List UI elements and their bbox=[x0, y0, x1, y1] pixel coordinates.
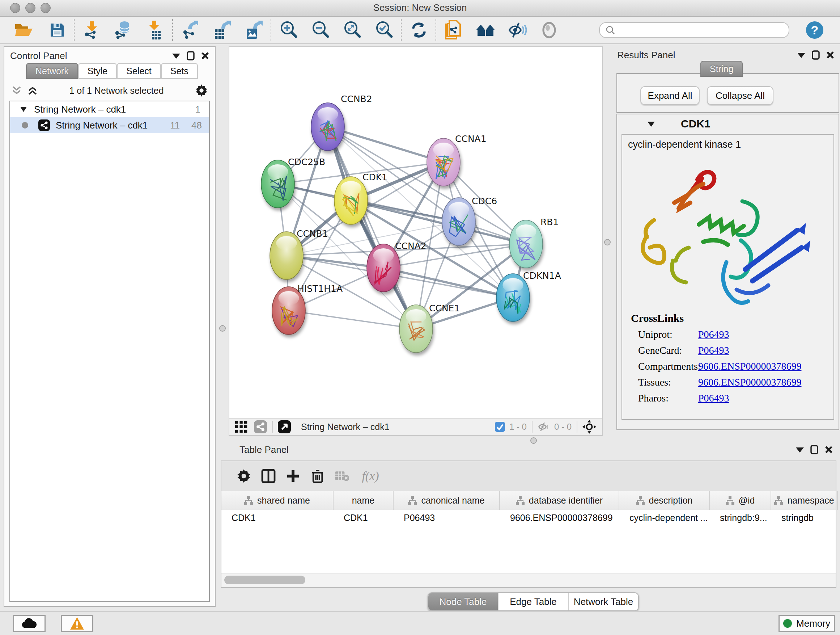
node-RB1[interactable]: RB1 bbox=[509, 217, 559, 268]
panel-close-icon[interactable] bbox=[201, 52, 209, 60]
import-database-button[interactable] bbox=[113, 19, 134, 41]
node-CDC6[interactable]: CDC6 bbox=[442, 196, 497, 245]
tab-edge-table[interactable]: Edge Table bbox=[499, 593, 569, 610]
control-tab-sets[interactable]: Sets bbox=[161, 63, 198, 79]
network-row[interactable]: String Network – cdk1 11 48 bbox=[10, 117, 209, 133]
cell-sharedname[interactable]: CDK1 bbox=[221, 510, 333, 526]
control-tab-style[interactable]: Style bbox=[78, 63, 117, 79]
crosslink-link[interactable]: 9606.ENSP00000378699 bbox=[698, 377, 801, 388]
tab-node-table[interactable]: Node Table bbox=[428, 593, 499, 610]
add-column-button[interactable] bbox=[281, 465, 305, 487]
edge-CCNB2-CCNA1[interactable] bbox=[328, 127, 444, 162]
table-menu-icon[interactable] bbox=[796, 447, 804, 453]
node-HIST1H1A[interactable]: HIST1H1A bbox=[272, 283, 343, 334]
tree-expanded-icon[interactable] bbox=[20, 107, 27, 112]
table-panel-title: Table Panel bbox=[240, 444, 289, 455]
string-home-button[interactable] bbox=[475, 19, 496, 41]
export-image-button[interactable] bbox=[243, 19, 265, 41]
node-CCNB2[interactable]: CCNB2 bbox=[311, 94, 372, 150]
function-builder-button[interactable]: f(x) bbox=[355, 465, 386, 487]
export-network-button[interactable] bbox=[180, 19, 201, 41]
string-document-button[interactable] bbox=[443, 19, 464, 41]
zoom-fit-button[interactable] bbox=[341, 19, 363, 41]
cloud-button[interactable] bbox=[13, 615, 46, 632]
results-tab-string[interactable]: String bbox=[700, 61, 743, 77]
network-options-gear-icon[interactable] bbox=[195, 84, 208, 97]
column-header-description[interactable]: description bbox=[619, 491, 710, 510]
collapse-all-icon[interactable] bbox=[11, 86, 22, 96]
table-horizontal-scrollbar[interactable] bbox=[221, 573, 836, 587]
export-table-button[interactable] bbox=[211, 19, 233, 41]
column-header-sharedname[interactable]: shared name bbox=[221, 491, 333, 510]
import-network-button[interactable] bbox=[81, 19, 103, 41]
left-splitter-handle[interactable] bbox=[219, 325, 226, 332]
column-header-canonicalname[interactable]: canonical name bbox=[393, 491, 500, 510]
memory-button[interactable]: Memory bbox=[778, 615, 835, 632]
hidden-eye-icon[interactable] bbox=[538, 422, 550, 432]
crosslink-link[interactable]: 9606.ENSP00000378699 bbox=[698, 361, 801, 372]
expand-all-icon[interactable] bbox=[27, 86, 38, 96]
pan-crosshair-icon[interactable] bbox=[583, 420, 596, 434]
crosslink-link[interactable]: P06493 bbox=[698, 329, 729, 340]
cell-description[interactable]: cyclin-dependent ... bbox=[619, 510, 710, 526]
help-button[interactable]: ? bbox=[804, 19, 826, 41]
cell-databaseidentifier[interactable]: 9606.ENSP00000378699 bbox=[500, 510, 619, 526]
panel-float-icon[interactable] bbox=[187, 51, 195, 60]
gene-collapse-icon[interactable] bbox=[647, 121, 655, 127]
zoom-in-button[interactable] bbox=[278, 19, 300, 41]
node-CCNE1[interactable]: CCNE1 bbox=[399, 303, 460, 353]
delete-column-button[interactable] bbox=[305, 465, 330, 487]
network-collection-row[interactable]: String Network – cdk1 1 bbox=[10, 101, 209, 117]
tab-network-table[interactable]: Network Table bbox=[569, 593, 638, 610]
edge-HIST1H1A-CCNE1[interactable] bbox=[289, 310, 416, 329]
results-gene-section: CDK1 cyclin-dependent kinase 1 CrossLink… bbox=[616, 114, 839, 430]
network-graph[interactable]: CCNB2CCNA1CDC25BCDK1CDC6RB1CCNB1CCNA2CDK… bbox=[229, 47, 602, 418]
table-close-icon[interactable] bbox=[825, 446, 833, 454]
node-CCNA1[interactable]: CCNA1 bbox=[427, 134, 486, 186]
cell-id[interactable]: stringdb:9... bbox=[710, 510, 771, 526]
zoom-out-button[interactable] bbox=[309, 19, 332, 41]
scrollbar-thumb[interactable] bbox=[224, 576, 305, 584]
crosslink-link[interactable]: P06493 bbox=[698, 345, 729, 356]
warnings-button[interactable] bbox=[61, 615, 93, 632]
edge-CCNA2-CDKN1A[interactable] bbox=[384, 268, 513, 298]
selected-checkbox-icon[interactable] bbox=[495, 422, 505, 432]
column-header-databaseidentifier[interactable]: database identifier bbox=[500, 491, 619, 510]
show-eye-button[interactable] bbox=[538, 19, 560, 41]
network-view-share-icon[interactable] bbox=[254, 420, 267, 433]
results-menu-icon[interactable] bbox=[797, 52, 805, 58]
right-splitter-handle[interactable] bbox=[604, 239, 611, 245]
cell-name[interactable]: CDK1 bbox=[333, 510, 393, 526]
search-input[interactable] bbox=[615, 25, 783, 35]
results-float-icon[interactable] bbox=[812, 50, 820, 60]
save-session-button[interactable] bbox=[46, 19, 68, 41]
table-float-icon[interactable] bbox=[810, 445, 818, 454]
refresh-button[interactable] bbox=[408, 19, 430, 41]
zoom-selected-button[interactable] bbox=[373, 19, 395, 41]
cell-namespace[interactable]: stringdb bbox=[771, 510, 838, 526]
grid-view-icon[interactable] bbox=[235, 421, 248, 433]
node-CDKN1A[interactable]: CDKN1A bbox=[496, 271, 561, 321]
toolbar-search[interactable] bbox=[599, 22, 789, 38]
column-header-name[interactable]: name bbox=[333, 491, 393, 510]
network-canvas[interactable]: CCNB2CCNA1CDC25BCDK1CDC6RB1CCNB1CCNA2CDK… bbox=[229, 46, 603, 418]
table-settings-button[interactable] bbox=[232, 465, 256, 487]
control-tab-select[interactable]: Select bbox=[117, 63, 161, 79]
edge-CCNB2-CCNE1[interactable] bbox=[328, 127, 416, 329]
crosslink-link[interactable]: P06493 bbox=[698, 393, 729, 404]
show-columns-button[interactable] bbox=[256, 465, 281, 487]
open-session-button[interactable] bbox=[13, 19, 35, 41]
table-row[interactable]: CDK1CDK1P064939606.ENSP00000378699cyclin… bbox=[221, 510, 836, 526]
column-header-namespace[interactable]: namespace bbox=[771, 491, 838, 510]
results-close-icon[interactable] bbox=[826, 51, 834, 59]
cell-canonicalname[interactable]: P06493 bbox=[393, 510, 500, 526]
column-header-id[interactable]: @id bbox=[710, 491, 771, 510]
birdseye-toggle-icon[interactable] bbox=[278, 420, 291, 433]
collapse-all-button[interactable]: Collapse All bbox=[707, 86, 774, 105]
expand-all-button[interactable]: Expand All bbox=[640, 86, 699, 105]
hide-unhide-button[interactable] bbox=[507, 19, 528, 41]
import-table-button[interactable] bbox=[145, 19, 166, 41]
delete-table-button[interactable] bbox=[330, 465, 355, 487]
panel-menu-icon[interactable] bbox=[172, 53, 180, 59]
control-tab-network[interactable]: Network bbox=[26, 63, 78, 79]
